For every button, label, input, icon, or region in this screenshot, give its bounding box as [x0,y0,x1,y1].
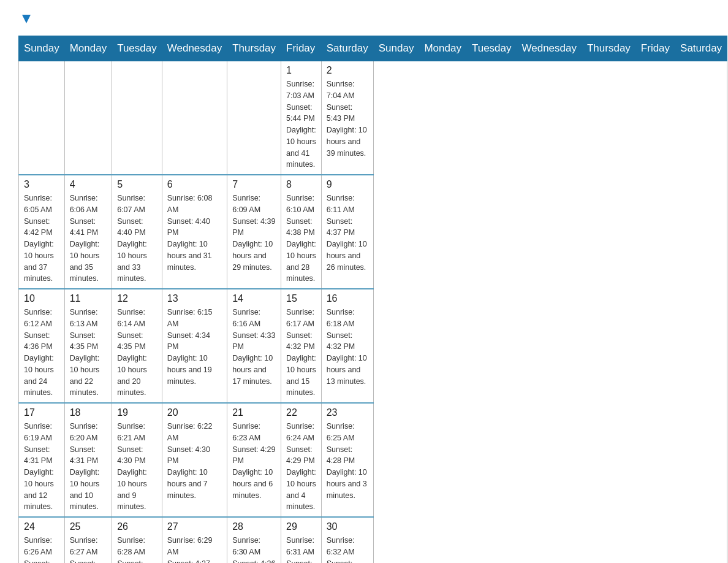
day-info: Sunrise: 7:03 AM Sunset: 5:44 PM Dayligh… [286,79,316,170]
day-info: Sunrise: 6:23 AM Sunset: 4:29 PM Dayligh… [232,421,276,501]
day-info: Sunrise: 6:18 AM Sunset: 4:32 PM Dayligh… [327,307,368,387]
day-info: Sunrise: 6:30 AM Sunset: 4:26 PM Dayligh… [232,535,276,563]
weekday-header-row: SundayMondayTuesdayWednesdayThursdayFrid… [19,36,727,61]
weekday-header-friday: Friday [635,36,675,61]
calendar-cell: 19Sunrise: 6:21 AM Sunset: 4:30 PM Dayli… [112,403,162,517]
calendar-cell [112,61,162,175]
day-info: Sunrise: 6:08 AM Sunset: 4:40 PM Dayligh… [167,193,222,273]
day-number: 15 [286,293,316,304]
day-number: 4 [70,179,107,190]
calendar-row-0: 1Sunrise: 7:03 AM Sunset: 5:44 PM Daylig… [19,61,727,175]
calendar-cell: 8Sunrise: 6:10 AM Sunset: 4:38 PM Daylig… [281,175,322,289]
calendar-cell: 9Sunrise: 6:11 AM Sunset: 4:37 PM Daylig… [321,175,373,289]
day-number: 14 [232,293,276,304]
day-info: Sunrise: 6:07 AM Sunset: 4:40 PM Dayligh… [117,193,157,285]
weekday-header-thursday: Thursday [582,36,635,61]
calendar-cell [227,61,281,175]
calendar-cell: 2Sunrise: 7:04 AM Sunset: 5:43 PM Daylig… [321,61,373,175]
calendar-cell: 30Sunrise: 6:32 AM Sunset: 4:26 PM Dayli… [321,517,373,563]
calendar-table: SundayMondayTuesdayWednesdayThursdayFrid… [18,36,727,563]
day-info: Sunrise: 6:25 AM Sunset: 4:28 PM Dayligh… [327,421,368,501]
calendar-cell: 23Sunrise: 6:25 AM Sunset: 4:28 PM Dayli… [321,403,373,517]
day-info: Sunrise: 6:20 AM Sunset: 4:31 PM Dayligh… [70,421,107,513]
day-number: 22 [286,407,316,418]
calendar-cell: 16Sunrise: 6:18 AM Sunset: 4:32 PM Dayli… [321,289,373,403]
calendar-cell: 27Sunrise: 6:29 AM Sunset: 4:27 PM Dayli… [162,517,227,563]
weekday-header-monday: Monday [64,36,112,61]
calendar-cell: 1Sunrise: 7:03 AM Sunset: 5:44 PM Daylig… [281,61,322,175]
day-info: Sunrise: 6:14 AM Sunset: 4:35 PM Dayligh… [117,307,157,399]
calendar-row-1: 3Sunrise: 6:05 AM Sunset: 4:42 PM Daylig… [19,175,727,289]
calendar-cell: 17Sunrise: 6:19 AM Sunset: 4:31 PM Dayli… [19,403,65,517]
day-info: Sunrise: 6:31 AM Sunset: 4:26 PM Dayligh… [286,535,316,563]
weekday-header-monday: Monday [419,36,466,61]
calendar-cell: 10Sunrise: 6:12 AM Sunset: 4:36 PM Dayli… [19,289,65,403]
day-number: 30 [327,521,368,532]
day-number: 12 [117,293,157,304]
calendar-cell: 13Sunrise: 6:15 AM Sunset: 4:34 PM Dayli… [162,289,227,403]
page-header [18,12,710,23]
day-info: Sunrise: 6:10 AM Sunset: 4:38 PM Dayligh… [286,193,316,285]
calendar-cell: 18Sunrise: 6:20 AM Sunset: 4:31 PM Dayli… [64,403,112,517]
logo [18,12,33,23]
day-number: 19 [117,407,157,418]
weekday-header-wednesday: Wednesday [162,36,227,61]
calendar-row-3: 17Sunrise: 6:19 AM Sunset: 4:31 PM Dayli… [19,403,727,517]
day-number: 17 [24,407,59,418]
day-number: 24 [24,521,59,532]
day-number: 1 [286,65,316,76]
day-number: 9 [327,179,368,190]
calendar-cell: 22Sunrise: 6:24 AM Sunset: 4:29 PM Dayli… [281,403,322,517]
day-info: Sunrise: 6:06 AM Sunset: 4:41 PM Dayligh… [70,193,107,285]
day-number: 13 [167,293,222,304]
day-number: 3 [24,179,59,190]
calendar-cell: 4Sunrise: 6:06 AM Sunset: 4:41 PM Daylig… [64,175,112,289]
calendar-cell: 3Sunrise: 6:05 AM Sunset: 4:42 PM Daylig… [19,175,65,289]
day-number: 27 [167,521,222,532]
weekday-header-sunday: Sunday [19,36,65,61]
day-info: Sunrise: 6:09 AM Sunset: 4:39 PM Dayligh… [232,193,276,273]
day-number: 5 [117,179,157,190]
day-info: Sunrise: 6:27 AM Sunset: 4:27 PM Dayligh… [70,535,107,563]
day-info: Sunrise: 6:13 AM Sunset: 4:35 PM Dayligh… [70,307,107,399]
day-info: Sunrise: 6:29 AM Sunset: 4:27 PM Dayligh… [167,535,222,563]
day-info: Sunrise: 6:05 AM Sunset: 4:42 PM Dayligh… [24,193,59,285]
calendar-cell: 20Sunrise: 6:22 AM Sunset: 4:30 PM Dayli… [162,403,227,517]
day-number: 10 [24,293,59,304]
calendar-cell: 21Sunrise: 6:23 AM Sunset: 4:29 PM Dayli… [227,403,281,517]
day-number: 2 [327,65,368,76]
calendar-row-4: 24Sunrise: 6:26 AM Sunset: 4:28 PM Dayli… [19,517,727,563]
day-info: Sunrise: 6:16 AM Sunset: 4:33 PM Dayligh… [232,307,276,387]
day-info: Sunrise: 6:12 AM Sunset: 4:36 PM Dayligh… [24,307,59,399]
calendar-cell: 6Sunrise: 6:08 AM Sunset: 4:40 PM Daylig… [162,175,227,289]
calendar-row-2: 10Sunrise: 6:12 AM Sunset: 4:36 PM Dayli… [19,289,727,403]
day-number: 7 [232,179,276,190]
day-number: 26 [117,521,157,532]
calendar-cell: 14Sunrise: 6:16 AM Sunset: 4:33 PM Dayli… [227,289,281,403]
day-number: 18 [70,407,107,418]
weekday-header-saturday: Saturday [321,36,373,61]
day-info: Sunrise: 6:11 AM Sunset: 4:37 PM Dayligh… [327,193,368,273]
weekday-header-tuesday: Tuesday [112,36,162,61]
weekday-header-saturday: Saturday [675,36,727,61]
day-info: Sunrise: 6:21 AM Sunset: 4:30 PM Dayligh… [117,421,157,513]
weekday-header-thursday: Thursday [227,36,281,61]
day-number: 16 [327,293,368,304]
day-number: 11 [70,293,107,304]
day-info: Sunrise: 6:28 AM Sunset: 4:27 PM Dayligh… [117,535,157,563]
calendar-cell: 28Sunrise: 6:30 AM Sunset: 4:26 PM Dayli… [227,517,281,563]
logo-triangle-icon [20,12,33,26]
day-info: Sunrise: 6:24 AM Sunset: 4:29 PM Dayligh… [286,421,316,513]
calendar-cell: 15Sunrise: 6:17 AM Sunset: 4:32 PM Dayli… [281,289,322,403]
day-info: Sunrise: 6:17 AM Sunset: 4:32 PM Dayligh… [286,307,316,399]
calendar-cell: 24Sunrise: 6:26 AM Sunset: 4:28 PM Dayli… [19,517,65,563]
calendar-cell: 7Sunrise: 6:09 AM Sunset: 4:39 PM Daylig… [227,175,281,289]
day-info: Sunrise: 6:26 AM Sunset: 4:28 PM Dayligh… [24,535,59,563]
day-info: Sunrise: 6:32 AM Sunset: 4:26 PM Dayligh… [327,535,368,563]
calendar-cell: 12Sunrise: 6:14 AM Sunset: 4:35 PM Dayli… [112,289,162,403]
day-number: 20 [167,407,222,418]
day-number: 21 [232,407,276,418]
day-number: 6 [167,179,222,190]
day-info: Sunrise: 6:19 AM Sunset: 4:31 PM Dayligh… [24,421,59,513]
calendar-cell: 11Sunrise: 6:13 AM Sunset: 4:35 PM Dayli… [64,289,112,403]
